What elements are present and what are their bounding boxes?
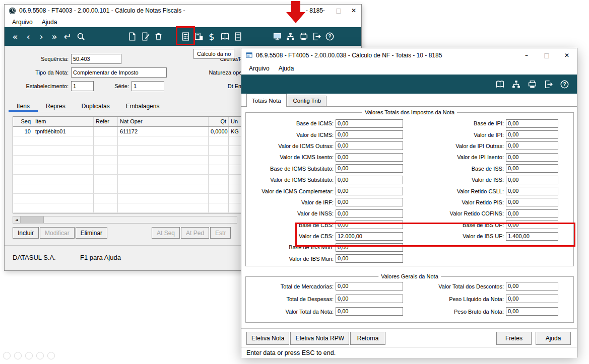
edit-document-icon[interactable] [139,30,152,43]
valor-de-ibs-mun-input[interactable]: 0,00 [336,254,403,263]
modificar-button[interactable]: Modificar [40,227,75,239]
book-icon[interactable] [218,30,231,43]
valor-retido-cofins-input[interactable]: 0,00 [506,209,558,218]
menu-ajuda[interactable]: Ajuda [37,18,62,27]
tab-totais-nota[interactable]: Totais Nota [246,94,287,107]
dollar-icon[interactable]: $ [205,30,218,43]
efetiva-nota-rpw-button[interactable]: Efetiva Nota RPW [290,332,349,345]
column-header-qt[interactable]: Qt [209,117,229,126]
org-tree-icon[interactable] [509,78,522,91]
valor-de-ipi-isento-input[interactable]: 0,00 [506,153,558,162]
last-icon[interactable]: » [48,30,61,43]
ajuda-button[interactable]: Ajuda [536,332,571,345]
valor-de-cbs-input[interactable]: 12.000,00 [336,232,403,241]
valor-de-icms-substituto-input[interactable]: 0,00 [336,176,403,184]
valor-de-inss-input[interactable]: 0,00 [336,209,403,218]
fretes-button[interactable]: Fretes [496,332,532,345]
titlebar-ft4005[interactable]: 06.9.5508 - FT4005 - 2.00.00.038 - Cálcu… [241,48,577,62]
prev-icon[interactable]: ‹ [22,30,35,43]
field-row: Valor de ICMS Isento:0,00 [246,152,403,163]
base-de-icms-input[interactable]: 0,00 [336,119,403,128]
peso-bruto-da-nota-input[interactable]: 0,00 [506,307,558,316]
first-icon[interactable]: « [9,30,22,43]
tab-itens[interactable]: Itens [9,100,38,112]
delete-icon[interactable] [152,30,165,43]
valor-de-ipi-input[interactable]: 0,00 [506,130,558,139]
document-info-icon[interactable] [231,30,244,43]
new-document-icon[interactable] [125,30,139,43]
org-tree-icon[interactable] [284,30,297,43]
maximize-button[interactable]: □ [331,5,346,17]
menu-arquivo[interactable]: Arquivo [244,64,274,73]
tipo-da-nota-input[interactable]: Complementar de Imposto [71,67,167,78]
valor-retido-pis-input[interactable]: 0,00 [506,198,558,206]
valor-de-icms-input[interactable]: 0,00 [336,130,403,139]
base-de-icms-substituto-input[interactable]: 0,00 [336,164,403,173]
column-header-seq[interactable]: Seq [13,117,33,126]
help-icon[interactable]: ? [323,30,336,43]
column-header-refer[interactable]: Refer [94,117,118,126]
efetiva-nota-button[interactable]: Efetiva Nota [246,332,289,345]
column-header-item[interactable]: Item [33,117,94,126]
eliminar-button[interactable]: Eliminar [76,227,107,239]
valor-total-da-nota-input[interactable]: 0,00 [336,307,403,316]
help-icon[interactable]: ? [558,78,571,91]
column-header-nat-oper[interactable]: Nat Oper [118,117,209,126]
maximize-button[interactable]: □ [537,48,557,62]
tab-config-trib[interactable]: Config Trib [288,96,327,106]
horizontal-scrollbar[interactable]: ◄ [13,216,237,224]
close-button[interactable]: ✕ [557,48,577,62]
calc-sheet-icon[interactable] [192,30,205,43]
monitor-icon[interactable] [271,30,284,43]
search-icon[interactable] [74,30,87,43]
printer-icon[interactable] [526,78,539,91]
valor-de-ibs-uf-input[interactable]: 1.400,00 [506,232,558,241]
estabelecimento-input[interactable]: 1 [71,81,94,91]
return-icon[interactable]: ↵ [61,30,74,43]
valor-retido-cofins-label: Valor Retido COFINS: [415,210,506,216]
valor-de-icms-complemetar-input[interactable]: 0,00 [336,187,403,195]
valor-de-icms-isento-input[interactable]: 0,00 [336,153,403,162]
base-de-cbs-input[interactable]: 0,00 [336,221,403,229]
tooltip-calculo: Cálculo da no [193,49,234,59]
valor-de-icms-outras-input[interactable]: 0,00 [336,141,403,150]
tab-repres[interactable]: Repres [38,100,74,112]
book-icon[interactable] [493,78,506,91]
retorna-button[interactable]: Retorna [350,332,385,345]
peso-liquido-da-nota-input[interactable]: 0,00 [506,295,558,303]
incluir-button[interactable]: Incluir [13,227,39,239]
minimize-button[interactable]: – [316,5,331,17]
sequencia-input[interactable]: 50.403 [71,54,121,64]
tab-embalagens[interactable]: Embalagens [118,100,168,112]
field-row: Valor de IBS UF:1.400,00 [415,231,558,242]
exit-icon[interactable] [542,78,555,91]
exit-icon[interactable] [310,30,323,43]
serie-input[interactable]: 1 [132,81,164,91]
valor-total-dos-descontos-input[interactable]: 0,00 [506,282,558,290]
menu-arquivo[interactable]: Arquivo [8,18,37,27]
scroll-left-arrow-icon[interactable]: ◄ [13,216,21,223]
valor-de-iss-input[interactable]: 0,00 [506,176,558,184]
estr-button[interactable]: Estr [210,227,231,239]
next-icon[interactable]: › [35,30,48,43]
valor-de-ipi-outras-input[interactable]: 0,00 [506,141,558,150]
total-de-despesas-input[interactable]: 0,00 [336,295,403,303]
valor-retido-csll-input[interactable]: 0,00 [506,187,558,195]
base-de-ibs-mun-input[interactable]: 0,00 [336,243,403,252]
base-de-iss-input[interactable]: 0,00 [506,164,558,173]
menu-ajuda[interactable]: Ajuda [274,64,299,73]
base-de-ibs-uf-input[interactable]: 0,00 [506,221,558,229]
tab-duplicatas[interactable]: Duplicatas [74,100,118,112]
valor-de-irf-input[interactable]: 0,00 [336,198,403,206]
base-de-ipi-input[interactable]: 0,00 [506,119,558,128]
at-ped-button[interactable]: At Ped [181,227,209,239]
group-gerais: Valores Gerais da Nota Total de Mercador… [245,276,574,323]
at-seq-button[interactable]: At Seq [152,227,180,239]
printer-icon[interactable] [297,30,310,43]
close-button[interactable]: ✕ [346,5,361,17]
scroll-thumb[interactable] [21,216,44,223]
calculator-icon[interactable] [179,30,192,43]
minimize-button[interactable]: – [516,48,537,62]
titlebar-ft4003[interactable]: 06.9.5508 - FT4003 - 2.00.00.101 - Cálcu… [5,5,361,17]
total-de-mercadorias-input[interactable]: 0,00 [336,282,403,290]
